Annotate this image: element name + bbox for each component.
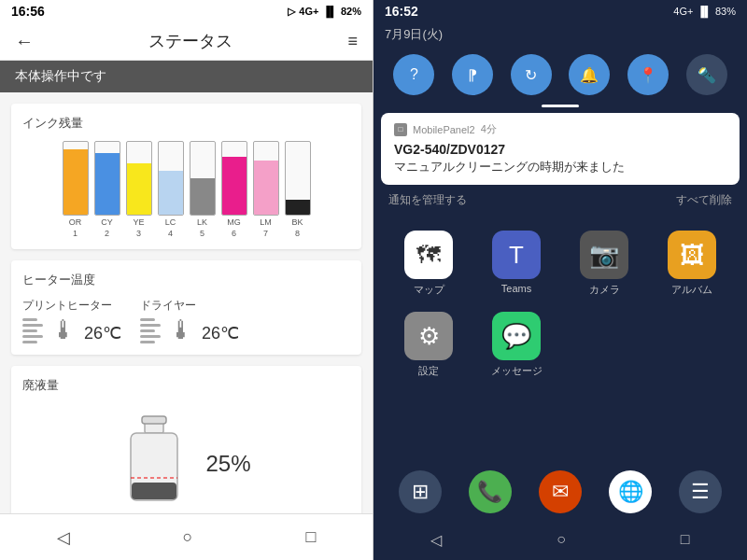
- ink-slot-bk: BK8: [285, 141, 311, 238]
- ink-bar-wrapper: [94, 141, 120, 216]
- home-nav-right[interactable]: ○: [557, 531, 566, 548]
- print-heater-label: プリントヒーター: [22, 298, 121, 314]
- bottle-icon: [121, 413, 187, 513]
- messages-label: メッセージ: [491, 364, 543, 378]
- dock: ⊞📞✉🌐☰: [374, 465, 747, 519]
- ink-id-label: BK: [291, 217, 303, 227]
- battery-right: 83%: [715, 6, 736, 17]
- ink-slot-cy: CY2: [94, 141, 120, 238]
- qs-bluetooth[interactable]: ⁋: [452, 54, 493, 95]
- qs-bell[interactable]: 🔔: [569, 54, 610, 95]
- app-item-messages[interactable]: 💬メッセージ: [480, 312, 553, 378]
- home-nav-button[interactable]: ○: [183, 527, 193, 547]
- ink-slot-lc: LC4: [158, 141, 184, 238]
- app-item-album[interactable]: 🖼アルバム: [655, 231, 728, 297]
- notif-app-icon: □: [394, 123, 407, 136]
- dock-item-menu[interactable]: ☰: [679, 470, 722, 513]
- wifi-icon: ?: [410, 66, 418, 83]
- ink-num-label: 2: [105, 229, 109, 238]
- bell-icon: 🔔: [580, 66, 599, 84]
- status-icons-left: ▷ 4G+ ▐▌ 82%: [288, 6, 361, 18]
- bluetooth-icon: ⁋: [468, 66, 477, 84]
- recent-nav-button[interactable]: □: [306, 527, 317, 547]
- dock-item-mail[interactable]: ✉: [539, 470, 582, 513]
- thermo-line: [140, 329, 155, 332]
- waste-section: 廃液量 25%: [11, 366, 361, 513]
- manage-notif-link[interactable]: 通知を管理する: [388, 192, 467, 208]
- camera-label: カメラ: [589, 283, 620, 297]
- ink-bar-wrapper: [285, 141, 311, 216]
- app-item-maps[interactable]: 🗺マップ: [392, 231, 465, 297]
- camera-icon: 📷: [580, 231, 628, 279]
- page-title: ステータス: [148, 30, 233, 52]
- menu-button[interactable]: ≡: [347, 32, 358, 51]
- print-thermo-area: 🌡 26℃: [22, 317, 121, 343]
- ink-id-label: OR: [69, 217, 82, 227]
- sync-icon: ↻: [525, 66, 537, 84]
- flashlight-icon: 🔦: [698, 66, 716, 84]
- ink-bar-wrapper: [158, 141, 184, 216]
- thermo-line: [140, 324, 161, 327]
- settings-icon: ⚙: [404, 312, 453, 360]
- thermo-line: [22, 329, 37, 332]
- ink-bar-fill: [159, 171, 183, 215]
- clear-all-link[interactable]: すべて削除: [676, 192, 732, 208]
- app-item-camera[interactable]: 📷カメラ: [568, 231, 641, 297]
- notif-body: マニュアルクリーニングの時期が来ました: [394, 159, 726, 175]
- ink-num-label: 4: [168, 229, 173, 238]
- ink-slot-ye: YE3: [126, 141, 152, 238]
- dock-item-phone[interactable]: 📞: [469, 470, 512, 513]
- time-left: 16:56: [11, 4, 45, 19]
- ink-container: OR1CY2YE3LC4LK5MG6LM7BK8: [22, 141, 350, 238]
- ink-bar-wrapper: [190, 141, 216, 216]
- ink-bar-fill: [95, 153, 120, 215]
- ink-num-label: 7: [263, 229, 268, 238]
- app-item-settings[interactable]: ⚙設定: [392, 312, 465, 378]
- qs-sync[interactable]: ↻: [511, 54, 552, 95]
- album-icon: 🖼: [668, 231, 716, 279]
- svg-rect-1: [142, 416, 166, 424]
- left-phone: 16:56 ▷ 4G+ ▐▌ 82% ← ステータス ≡ 本体操作中です インク…: [0, 0, 374, 560]
- back-nav-button[interactable]: ◁: [57, 527, 70, 548]
- album-label: アルバム: [671, 283, 712, 297]
- thermo-line: [22, 324, 43, 327]
- dock-item-grid[interactable]: ⊞: [399, 470, 442, 513]
- ink-num-label: 8: [295, 229, 300, 238]
- thermometer-icon: 🌡: [50, 317, 77, 343]
- qs-location[interactable]: 📍: [627, 54, 669, 95]
- thermo-line: [22, 318, 37, 321]
- thermo-line: [22, 335, 43, 338]
- back-nav-right[interactable]: ◁: [430, 531, 442, 549]
- heater-title: ヒーター温度: [22, 272, 350, 288]
- network-right: 4G+: [673, 6, 693, 17]
- ink-id-label: LC: [165, 217, 176, 227]
- thermo-line: [22, 341, 37, 343]
- location-icon: 📍: [639, 66, 657, 84]
- status-bar-right: 16:52 4G+ ▐▌ 83%: [374, 0, 747, 22]
- qs-flashlight[interactable]: 🔦: [686, 54, 727, 95]
- app-item-teams[interactable]: TTeams: [480, 231, 553, 297]
- waste-title: 廃液量: [22, 377, 350, 394]
- ink-num-label: 1: [73, 229, 78, 238]
- dryer-label: ドライヤー: [140, 298, 239, 314]
- ink-bar-wrapper: [221, 141, 247, 216]
- ink-id-label: LM: [260, 217, 272, 227]
- dock-item-chrome[interactable]: 🌐: [609, 470, 652, 513]
- heater-row: プリントヒーター 🌡 26℃ ドライヤー: [22, 298, 350, 343]
- signal-bars: ▐▌: [322, 6, 337, 17]
- header-left: ← ステータス ≡: [0, 22, 373, 61]
- ink-id-label: CY: [101, 217, 113, 227]
- heater-section: ヒーター温度 プリントヒーター 🌡 26℃: [11, 260, 361, 355]
- ink-bar-fill: [63, 149, 88, 215]
- ink-bar-fill: [286, 200, 310, 215]
- recent-nav-right[interactable]: □: [681, 531, 690, 548]
- signal-bars-right: ▐▌: [697, 6, 712, 17]
- dryer-thermo-lines: [140, 318, 161, 343]
- app-grid: 🗺マップTTeams📷カメラ🖼アルバム⚙設定💬メッセージ: [374, 216, 747, 393]
- date-label: 7月9日(火): [385, 27, 443, 41]
- back-button[interactable]: ←: [15, 31, 34, 52]
- qs-wifi[interactable]: ?: [393, 54, 434, 95]
- notif-title: VG2-540/ZDV0127: [394, 142, 726, 157]
- ink-id-label: LK: [197, 217, 207, 227]
- thermo-lines: [22, 318, 43, 343]
